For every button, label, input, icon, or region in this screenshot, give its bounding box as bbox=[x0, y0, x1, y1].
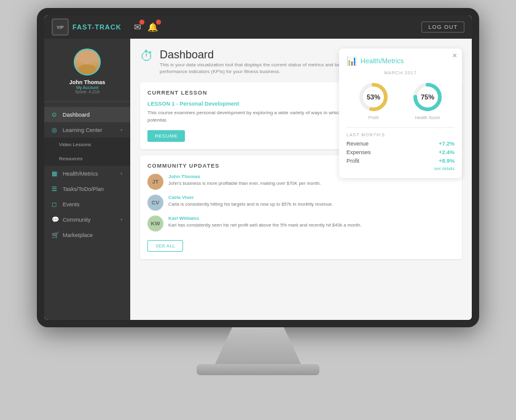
sidebar-item-health-metrics[interactable]: ▦ Health/Metrics ▾ bbox=[44, 166, 130, 181]
health-donut: 75% bbox=[412, 81, 444, 113]
sidebar-label-resources: Resources bbox=[59, 156, 82, 161]
community-name-2: Carla Viver bbox=[168, 195, 333, 200]
topbar: VIP FAST-TRACK ✉ 🔔 LOG OUT bbox=[44, 15, 472, 39]
dashboard-icon: ⊙ bbox=[52, 111, 59, 118]
community-icon: 💬 bbox=[52, 216, 59, 223]
dashboard-title-text: Dashboard This is your data visualizatio… bbox=[160, 49, 369, 75]
main-layout: John Thomas My Account Score: 4,218 ⊙ Da… bbox=[44, 39, 472, 320]
sidebar-score: Score: 4,218 bbox=[75, 90, 100, 94]
community-name-3: Karl Williams bbox=[168, 216, 361, 221]
see-details-link[interactable]: see details bbox=[346, 166, 455, 171]
profit-row: Profit +8.9% bbox=[346, 158, 455, 164]
nav-submenu-learning: Video Lessons Resources bbox=[44, 138, 130, 166]
community-content-3: Karl Williams Karl has consistently seen… bbox=[168, 216, 361, 229]
sidebar-account-label: My Account bbox=[76, 85, 98, 90]
donut-charts-row: 53% Profit bbox=[346, 81, 455, 120]
content-area: ⏱ Dashboard This is your data visualizat… bbox=[130, 39, 472, 320]
community-avatar-2: CV bbox=[147, 195, 163, 211]
notification-badge bbox=[156, 20, 161, 25]
sidebar-label-health: Health/Metrics bbox=[63, 171, 98, 177]
health-pct: 75% bbox=[421, 93, 434, 101]
mail-badge bbox=[139, 20, 144, 25]
community-avatar-3: KW bbox=[147, 216, 163, 231]
chevron-down-icon: ▾ bbox=[120, 128, 123, 133]
revenue-label: Revenue bbox=[346, 141, 369, 147]
community-text-3: Karl has consistently seen his net profi… bbox=[168, 222, 361, 229]
profit-metric-label: Profit bbox=[346, 158, 359, 164]
sidebar-label-video: Video Lessons bbox=[59, 142, 91, 147]
chevron-down-icon-3: ▾ bbox=[120, 217, 123, 222]
notification-icon[interactable]: 🔔 bbox=[147, 22, 158, 32]
metrics-panel: ✕ 📊 Health/Metrics MARCH 2017 bbox=[339, 49, 462, 178]
chevron-down-icon-2: ▾ bbox=[120, 171, 123, 176]
logout-button[interactable]: LOG OUT bbox=[421, 21, 464, 33]
community-item-2: CV Carla Viver Carla is consistently hit… bbox=[147, 195, 455, 211]
sidebar-nav: ⊙ Dashboard ◎ Learning Center ▾ Video Le… bbox=[44, 107, 130, 320]
metrics-title-end: /Metrics bbox=[380, 57, 404, 64]
profit-change: +8.9% bbox=[439, 158, 455, 164]
sidebar-item-video-lessons[interactable]: Video Lessons bbox=[44, 138, 130, 152]
monitor-screen: VIP FAST-TRACK ✉ 🔔 LOG OUT bbox=[44, 15, 472, 320]
sidebar-item-events[interactable]: ◻ Events bbox=[44, 196, 130, 212]
community-text-1: John's business is more profitable than … bbox=[168, 181, 321, 187]
sidebar-label-learning: Learning Center bbox=[63, 127, 103, 133]
vip-shield-icon: VIP bbox=[52, 18, 69, 36]
community-content-1: John Thomas John's business is more prof… bbox=[168, 174, 321, 187]
monitor-shell: VIP FAST-TRACK ✉ 🔔 LOG OUT bbox=[37, 8, 479, 327]
sidebar-label-dashboard: Dashboard bbox=[63, 112, 90, 118]
events-icon: ◻ bbox=[52, 201, 59, 208]
sidebar-item-dashboard[interactable]: ⊙ Dashboard bbox=[44, 107, 130, 122]
sidebar: John Thomas My Account Score: 4,218 ⊙ Da… bbox=[44, 39, 130, 320]
close-icon[interactable]: ✕ bbox=[452, 52, 457, 59]
sidebar-item-community[interactable]: 💬 Community ▾ bbox=[44, 212, 130, 227]
community-name-1: John Thomas bbox=[168, 174, 321, 179]
metrics-title: Health/Metrics bbox=[361, 57, 404, 64]
expenses-change: +2.4% bbox=[439, 149, 455, 155]
revenue-change: +7.2% bbox=[439, 141, 455, 147]
profit-donut: 53% bbox=[358, 81, 389, 113]
metrics-title-start: Health bbox=[361, 57, 380, 64]
resume-button[interactable]: RESUME bbox=[147, 130, 185, 142]
community-avatar-1: JT bbox=[147, 174, 163, 190]
sidebar-item-learning-center[interactable]: ◎ Learning Center ▾ bbox=[44, 122, 130, 138]
sidebar-label-tasks: Tasks/ToDo/Plan bbox=[63, 186, 104, 192]
marketplace-icon: 🛒 bbox=[52, 231, 59, 238]
dashboard-description: This is your data visualization tool tha… bbox=[160, 61, 369, 75]
sidebar-item-marketplace[interactable]: 🛒 Marketplace bbox=[44, 227, 130, 243]
community-item-3: KW Karl Williams Karl has consistently s… bbox=[147, 216, 455, 231]
metrics-header: 📊 Health/Metrics bbox=[346, 56, 455, 66]
profit-pct: 53% bbox=[367, 93, 380, 101]
health-icon: ▦ bbox=[52, 170, 59, 177]
learning-icon: ◎ bbox=[52, 126, 59, 133]
sidebar-profile: John Thomas My Account Score: 4,218 bbox=[44, 49, 130, 102]
avatar bbox=[74, 49, 101, 76]
topbar-icons: ✉ 🔔 bbox=[134, 22, 158, 32]
sidebar-label-community: Community bbox=[63, 217, 91, 223]
sidebar-item-resources[interactable]: Resources bbox=[44, 152, 130, 166]
tasks-icon: ☰ bbox=[52, 185, 59, 192]
profit-chart-wrap: 53% Profit bbox=[358, 81, 389, 120]
health-label: Health Score bbox=[415, 115, 440, 120]
monitor-stand bbox=[215, 327, 301, 364]
community-text-2: Carla is consistently hitting his target… bbox=[168, 201, 333, 208]
profit-label: Profit bbox=[369, 115, 378, 120]
mail-icon[interactable]: ✉ bbox=[134, 22, 141, 32]
topbar-logo: VIP FAST-TRACK bbox=[52, 18, 122, 36]
sidebar-user-name: John Thomas bbox=[69, 79, 106, 85]
metrics-date: MARCH 2017 bbox=[346, 71, 455, 75]
metrics-panel-icon: 📊 bbox=[346, 56, 357, 66]
sidebar-item-tasks[interactable]: ☰ Tasks/ToDo/Plan bbox=[44, 181, 130, 196]
monitor-base bbox=[197, 364, 319, 375]
community-content-2: Carla Viver Carla is consistently hittin… bbox=[168, 195, 333, 208]
sidebar-label-events: Events bbox=[63, 201, 80, 208]
metrics-divider bbox=[346, 127, 455, 128]
brand-name: FAST-TRACK bbox=[72, 23, 122, 31]
page-title: Dashboard bbox=[160, 49, 369, 61]
health-chart-wrap: 75% Health Score bbox=[412, 81, 444, 120]
revenue-row: Revenue +7.2% bbox=[346, 141, 455, 147]
expenses-row: Expenses +2.4% bbox=[346, 149, 455, 155]
see-all-button[interactable]: SEE ALL bbox=[147, 240, 183, 252]
last-months-label: LAST MONTH'S bbox=[346, 133, 455, 137]
sidebar-label-marketplace: Marketplace bbox=[63, 232, 93, 238]
dashboard-title-icon: ⏱ bbox=[140, 49, 154, 64]
